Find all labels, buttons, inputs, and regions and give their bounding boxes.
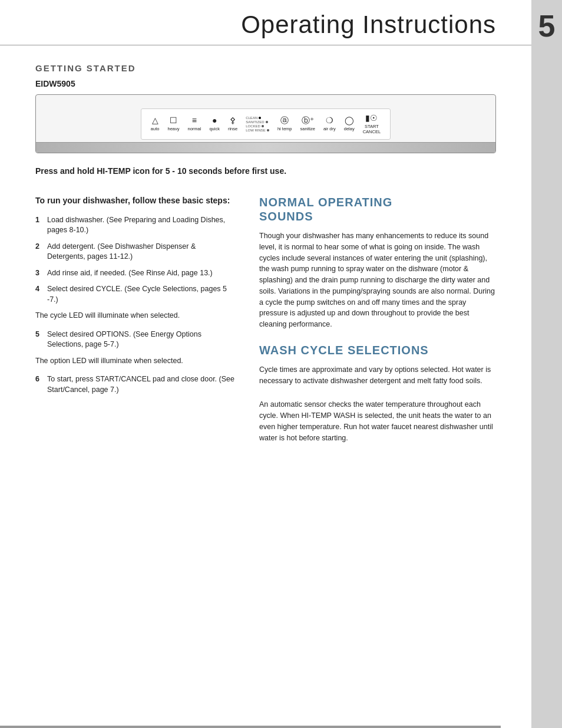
sanitize-icon: ⓑ⁺ [302,116,314,124]
ctrl-normal: ≡ normal [187,116,201,131]
step-5-text: Select desired OPTIONS. (See Energy Opti… [47,330,236,350]
control-panel-inner: △ auto ☐ heavy ≡ normal ● [141,108,391,140]
quick-icon: ● [212,116,217,124]
step-1-num: 1 [35,215,42,236]
model-label: EIDW5905 [35,79,496,88]
hi-temp-icon: ⓐ [280,116,289,124]
steps-list-2: 5 Select desired OPTIONS. (See Energy Op… [35,330,236,350]
step-3-text: Add rinse aid, if needed. (See Rinse Aid… [47,268,236,279]
steps-heading: To run your dishwasher, follow these bas… [35,195,236,207]
ctrl-sanitize-label: sanitize [300,126,315,131]
ctrl-quick-label: quick [209,126,220,131]
step-1: 1 Load dishwasher. (See Preparing and Lo… [35,215,236,236]
page-title: Operating Instructions [241,11,496,39]
step-4-text: Select desired CYCLE. (See Cycle Selecti… [47,284,236,305]
ctrl-auto: △ auto [151,116,160,131]
col-right: NORMAL OPERATINGSOUNDS Though your dishw… [259,195,496,456]
col-left: To run your dishwasher, follow these bas… [35,195,236,456]
ctrl-heavy-label: heavy [167,126,179,131]
step-3-num: 3 [35,268,42,279]
page-footer-line [0,726,501,728]
heavy-icon: ☐ [170,116,177,124]
content-area: GETTING STARTED EIDW5905 △ auto ☐ heavy [0,45,531,474]
auto-icon: △ [152,116,158,124]
page-header: Operating Instructions [0,0,531,45]
step-3: 3 Add rinse aid, if needed. (See Rinse A… [35,268,236,279]
step-2-text: Add detergent. (See Dishwasher Dispenser… [47,242,236,262]
ctrl-hi-temp-label: hi temp [277,126,292,131]
step-1-text: Load dishwasher. (See Preparing and Load… [47,215,236,236]
step-2: 2 Add detergent. (See Dishwasher Dispens… [35,242,236,262]
page-tab: 5 [531,0,562,728]
normal-sounds-title: NORMAL OPERATINGSOUNDS [259,195,496,223]
step-6-text: To start, press START/CANCEL pad and clo… [47,374,236,395]
air-dry-icon: ❍ [326,116,333,124]
rinse-icon: ⚴ [230,116,236,124]
step-5-num: 5 [35,330,42,350]
ctrl-rinse: ⚴ rinse [228,116,237,131]
ctrl-heavy: ☐ heavy [167,116,179,131]
step-2-num: 2 [35,242,42,262]
getting-started-heading: GETTING STARTED [35,63,496,73]
ctrl-start-cancel: ▮☉ STARTCANCEL [363,114,381,134]
ctrl-auto-label: auto [151,126,160,131]
ctrl-sanitize: ⓑ⁺ sanitize [300,116,315,131]
ctrl-normal-label: normal [187,126,201,131]
notice-text: Press and hold HI-TEMP icon for 5 - 10 s… [35,165,496,177]
ctrl-delay: ◯ delay [344,116,355,131]
ctrl-hi-temp: ⓐ hi temp [277,116,292,131]
page-number: 5 [538,11,556,41]
option-led-note: The option LED will illuminate when sele… [35,356,236,367]
wash-cycle-body1: Cycle times are approximate and vary by … [259,364,496,387]
step-4-num: 4 [35,284,42,305]
cycle-led-note: The cycle LED will illuminate when selec… [35,311,236,321]
wash-cycle-title: WASH CYCLE SELECTIONS [259,343,496,357]
two-column-layout: To run your dishwasher, follow these bas… [35,195,496,456]
step-6-num: 6 [35,374,42,395]
normal-icon: ≡ [192,116,197,124]
step-4: 4 Select desired CYCLE. (See Cycle Selec… [35,284,236,305]
steps-list-3: 6 To start, press START/CANCEL pad and c… [35,374,236,395]
ctrl-sanitize-dots: CLEAN SANITIZED LOCKED LOW RINSE [246,116,269,132]
step-6: 6 To start, press START/CANCEL pad and c… [35,374,236,395]
panel-bottom-bar [36,142,495,153]
step-5: 5 Select desired OPTIONS. (See Energy Op… [35,330,236,350]
ctrl-delay-label: delay [344,126,355,131]
normal-sounds-body: Though your dishwasher has many enhancem… [259,230,496,330]
ctrl-air-dry: ❍ air dry [323,116,336,131]
dots-group: CLEAN SANITIZED LOCKED LOW RINSE [246,116,269,132]
ctrl-start-cancel-label: STARTCANCEL [363,124,381,134]
start-cancel-icon: ▮☉ [365,114,378,122]
wash-cycle-body2: An automatic sensor checks the water tem… [259,399,496,443]
ctrl-air-dry-label: air dry [323,126,336,131]
steps-list: 1 Load dishwasher. (See Preparing and Lo… [35,215,236,305]
delay-icon: ◯ [345,116,354,124]
ctrl-quick: ● quick [209,116,220,131]
ctrl-rinse-label: rinse [228,126,237,131]
control-panel-box: △ auto ☐ heavy ≡ normal ● [35,94,496,153]
